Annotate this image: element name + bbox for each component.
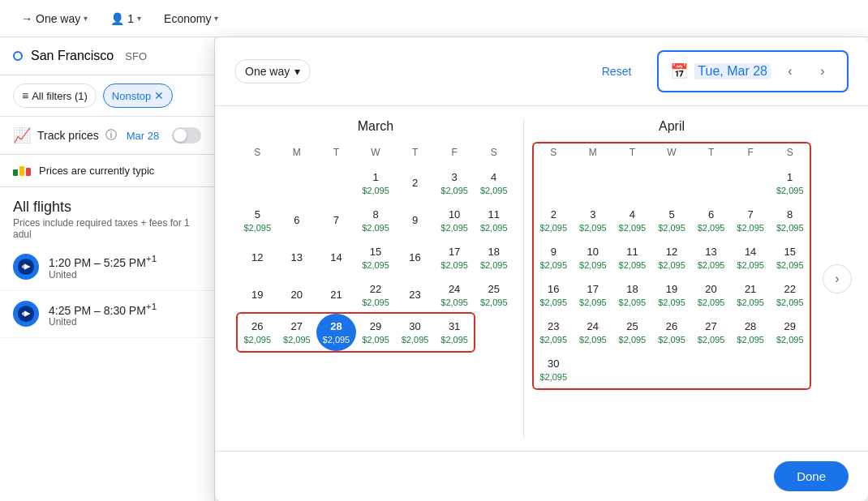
day-price: $2,095 — [323, 335, 350, 345]
calendar-day-cell[interactable]: 26$2,095 — [652, 314, 692, 351]
search-row: San Francisco SFO — [0, 37, 214, 75]
date-input-box[interactable]: 📅 Tue, Mar 28 ‹ › — [657, 50, 849, 92]
calendar-day-cell[interactable]: 4$2,095 — [474, 165, 513, 202]
calendar-day-cell[interactable]: 23 — [395, 276, 435, 314]
calendar-day-cell[interactable]: 12 — [238, 239, 277, 276]
day-number: 28 — [330, 319, 342, 334]
calendar-day-cell[interactable]: 19$2,095 — [652, 276, 692, 314]
toggle-knob — [174, 129, 187, 142]
right-nav-area: › — [819, 106, 855, 451]
calendar-day-cell[interactable]: 25$2,095 — [612, 314, 652, 351]
track-prices-toggle[interactable] — [172, 127, 201, 143]
calendar-day-cell[interactable]: 13 — [277, 239, 317, 276]
calendar-day-cell[interactable]: 24$2,095 — [574, 314, 613, 351]
calendar-day-cell[interactable]: 5$2,095 — [238, 202, 277, 239]
calendar-day-cell[interactable]: 22$2,095 — [770, 276, 810, 314]
nonstop-filter-chip[interactable]: Nonstop ✕ — [103, 84, 173, 108]
calendar-day-cell[interactable]: 18$2,095 — [612, 276, 652, 314]
calendar-day-cell[interactable]: 16$2,095 — [534, 276, 574, 314]
filter-row: ≡ All filters (1) Nonstop ✕ — [0, 75, 214, 117]
passengers-dropdown[interactable]: 👤 1 ▾ — [102, 7, 149, 30]
calendar-day-cell[interactable]: 29$2,095 — [356, 314, 396, 351]
calendar-day-cell[interactable]: 9$2,095 — [534, 239, 574, 276]
calendar-day-cell[interactable]: 15$2,095 — [770, 239, 810, 276]
info-icon[interactable]: ⓘ — [105, 128, 117, 143]
calendar-day-cell[interactable]: 13$2,095 — [691, 239, 731, 276]
calendar-day-cell[interactable]: 26$2,095 — [238, 314, 277, 351]
calendar-day-cell[interactable]: 1$2,095 — [356, 165, 396, 202]
calendar-day-cell[interactable]: 18$2,095 — [474, 239, 513, 276]
date-next-button[interactable]: › — [810, 58, 836, 84]
calendar-day-cell[interactable]: 30$2,095 — [534, 351, 574, 388]
calendar-day-cell[interactable]: 2$2,095 — [534, 202, 574, 239]
reset-button[interactable]: Reset — [589, 60, 645, 83]
nonstop-remove-icon[interactable]: ✕ — [154, 89, 164, 102]
calendar-day-cell[interactable]: 6$2,095 — [691, 202, 731, 239]
calendar-day-cell[interactable]: 10$2,095 — [574, 239, 613, 276]
day-price: $2,095 — [579, 223, 607, 233]
calendar-day-cell[interactable]: 17$2,095 — [574, 276, 613, 314]
calendar-day-cell[interactable]: 8$2,095 — [770, 202, 810, 239]
calendar-day-cell[interactable]: 21$2,095 — [731, 276, 771, 314]
calendar-modal: One way ▾ Reset 📅 Tue, Mar 28 ‹ › March … — [215, 37, 868, 501]
calendar-day-cell[interactable]: 14$2,095 — [731, 239, 771, 276]
calendar-day-cell[interactable]: 25$2,095 — [474, 276, 513, 314]
calendar-day-cell[interactable]: 29$2,095 — [770, 314, 810, 351]
airline-logo — [13, 254, 39, 280]
cabin-chevron-icon: ▾ — [214, 14, 218, 23]
day-price: $2,095 — [737, 223, 764, 233]
calendar-day-cell[interactable]: 14 — [316, 239, 356, 276]
calendar-day-cell — [691, 351, 731, 388]
cabin-class-dropdown[interactable]: Economy ▾ — [156, 7, 226, 30]
calendar-day-cell[interactable]: 28$2,095 — [731, 314, 771, 351]
day-price: $2,095 — [480, 260, 508, 271]
calendar-day-cell[interactable]: 30$2,095 — [395, 314, 435, 351]
done-button[interactable]: Done — [774, 461, 849, 491]
calendar-day-cell[interactable]: 27$2,095 — [277, 314, 317, 351]
day-price: $2,095 — [243, 223, 271, 233]
day-price: $2,095 — [579, 298, 607, 308]
calendar-day-cell[interactable]: 20$2,095 — [691, 276, 731, 314]
calendar-day-cell[interactable]: 24$2,095 — [435, 276, 475, 314]
calendar-day-cell[interactable]: 4$2,095 — [612, 202, 652, 239]
calendar-day-cell[interactable]: 7 — [316, 202, 356, 239]
calendar-day-cell[interactable]: 8$2,095 — [356, 202, 396, 239]
date-prev-button[interactable]: ‹ — [777, 58, 803, 84]
calendar-day-cell[interactable]: 11$2,095 — [474, 202, 513, 239]
day-number: 18 — [488, 245, 499, 259]
day-number: 20 — [291, 288, 303, 302]
calendar-day-cell — [691, 165, 731, 202]
one-way-dropdown[interactable]: → One way ▾ — [13, 7, 96, 30]
modal-one-way-dropdown[interactable]: One way ▾ — [234, 59, 311, 84]
calendar-day-cell[interactable]: 11$2,095 — [612, 239, 652, 276]
day-number: 9 — [412, 213, 418, 228]
all-filters-button[interactable]: ≡ All filters (1) — [13, 84, 97, 108]
calendar-day-cell[interactable]: 31$2,095 — [435, 314, 475, 351]
calendar-day-cell[interactable]: 10$2,095 — [435, 202, 475, 239]
calendar-day-cell[interactable]: 5$2,095 — [652, 202, 692, 239]
calendar-day-cell[interactable]: 27$2,095 — [691, 314, 731, 351]
calendar-day-cell[interactable]: 16 — [395, 239, 435, 276]
flight-item[interactable]: 1:20 PM – 5:25 PM+1 United — [0, 243, 214, 291]
calendar-day-cell[interactable]: 3$2,095 — [574, 202, 613, 239]
filters-label: All filters (1) — [32, 90, 88, 102]
calendar-day-cell[interactable]: 7$2,095 — [731, 202, 771, 239]
calendar-day-cell[interactable]: 15$2,095 — [356, 239, 396, 276]
calendar-day-cell[interactable]: 28$2,095 — [316, 314, 356, 351]
calendar-day-cell[interactable]: 23$2,095 — [534, 314, 574, 351]
calendar-day-cell[interactable]: 1$2,095 — [770, 165, 810, 202]
next-month-button[interactable]: › — [823, 264, 852, 293]
calendar-day-cell[interactable]: 21 — [316, 276, 356, 314]
calendar-day-cell[interactable]: 6 — [277, 202, 317, 239]
calendar-day-cell[interactable]: 22$2,095 — [356, 276, 396, 314]
passengers-label: 1 — [127, 12, 134, 25]
calendar-day-cell[interactable]: 20 — [277, 276, 317, 314]
calendar-day-cell[interactable]: 17$2,095 — [435, 239, 475, 276]
calendar-day-cell[interactable]: 3$2,095 — [435, 165, 475, 202]
calendar-day-cell[interactable]: 9 — [395, 202, 435, 239]
calendar-day-cell[interactable]: 12$2,095 — [652, 239, 692, 276]
calendar-day-cell[interactable]: 19 — [238, 276, 277, 314]
flight-item-2[interactable]: 4:25 PM – 8:30 PM+1 United — [0, 291, 214, 339]
calendar-day-cell[interactable]: 2 — [395, 165, 435, 202]
day-number: 17 — [587, 282, 599, 297]
